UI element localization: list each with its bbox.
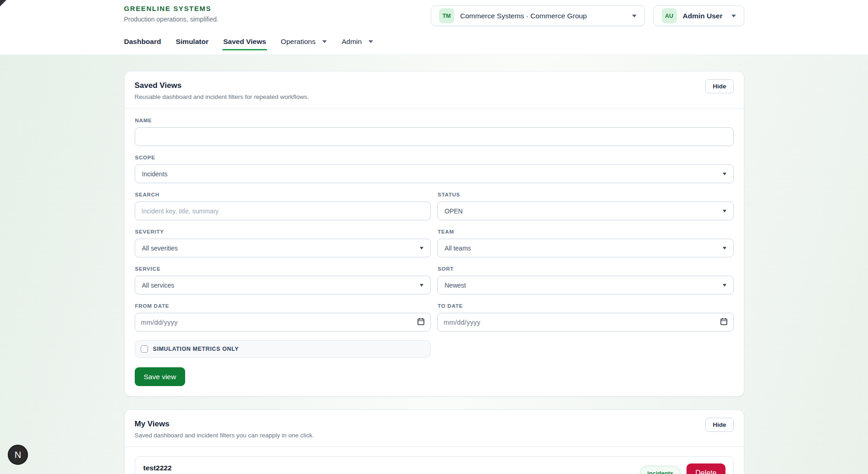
status-label: STATUS [438, 192, 734, 197]
team-label: TEAM [438, 229, 734, 234]
tab-admin[interactable]: Admin [336, 35, 379, 52]
scope-label: SCOPE [135, 155, 734, 160]
chevron-down-icon [723, 173, 726, 175]
tab-simulator[interactable]: Simulator [170, 35, 214, 52]
sort-value: Newest [445, 282, 466, 289]
search-label: SEARCH [135, 192, 431, 197]
calendar-icon[interactable] [720, 318, 727, 327]
my-views-subtitle: Saved dashboard and incident filters you… [135, 432, 734, 439]
service-label: SERVICE [135, 266, 431, 272]
status-field-group: STATUS OPEN [437, 192, 734, 220]
corner-notch [0, 0, 6, 6]
from-date-label: FROM DATE [135, 303, 431, 309]
from-date-input[interactable]: mm/dd/yyyy [135, 313, 431, 332]
main-nav: Dashboard Simulator Saved Views Operatio… [119, 35, 379, 52]
team-select[interactable]: All teams [437, 239, 734, 257]
team-field-group: TEAM All teams [437, 229, 734, 257]
hide-saved-views-button[interactable]: Hide [705, 79, 733, 93]
scope-badge: incidents [640, 466, 681, 474]
saved-view-row: test2222 Updated Mar 01, 2026, 09:05 PM … [135, 456, 734, 474]
brand-tagline: Production operations, simplified. [124, 16, 219, 23]
name-field-group: NAME [135, 118, 734, 146]
simulation-only-label: SIMULATION METRICS ONLY [153, 346, 239, 352]
severity-label: SEVERITY [135, 229, 431, 234]
search-field-group: SEARCH [135, 192, 431, 220]
chevron-down-icon [368, 40, 373, 43]
service-field-group: SERVICE All services [135, 266, 431, 294]
severity-value: All severities [142, 245, 178, 252]
user-menu[interactable]: AU Admin User [654, 5, 744, 26]
from-date-placeholder: mm/dd/yyyy [141, 319, 178, 326]
to-date-label: TO DATE [438, 303, 734, 309]
scope-select[interactable]: Incidents [135, 164, 734, 183]
tab-admin-label: Admin [341, 38, 362, 46]
hide-my-views-button[interactable]: Hide [705, 418, 733, 432]
chevron-down-icon [731, 15, 736, 17]
saved-views-card: Saved Views Reusable dashboard and incid… [124, 71, 744, 397]
sort-label: SORT [438, 266, 734, 272]
chevron-down-icon [723, 210, 726, 212]
brand-name: GREENLINE SYSTEMS [124, 5, 219, 12]
team-value: All teams [445, 245, 471, 252]
chevron-down-icon [420, 247, 423, 250]
scope-field-group: SCOPE Incidents [135, 155, 734, 183]
saved-views-title: Saved Views [135, 81, 734, 90]
sort-field-group: SORT Newest [437, 266, 734, 294]
search-input[interactable] [135, 202, 431, 220]
calendar-icon[interactable] [418, 318, 424, 327]
to-date-placeholder: mm/dd/yyyy [444, 319, 480, 326]
user-label: Admin User [683, 12, 723, 20]
saved-views-subtitle: Reusable dashboard and incident filters … [135, 93, 734, 100]
delete-view-button[interactable]: Delete [687, 463, 725, 474]
tab-dashboard[interactable]: Dashboard [119, 35, 167, 52]
org-switcher[interactable]: TM Commerce Systems · Commerce Group [431, 5, 644, 26]
tab-operations-label: Operations [281, 38, 316, 46]
from-date-field-group: FROM DATE mm/dd/yyyy [135, 303, 431, 332]
chevron-down-icon [723, 247, 726, 250]
org-label: Commerce Systems · Commerce Group [460, 12, 587, 20]
simulation-only-checkbox[interactable] [141, 345, 148, 353]
name-label: NAME [135, 118, 734, 123]
my-views-card: My Views Saved dashboard and incident fi… [124, 409, 744, 474]
chevron-down-icon [632, 15, 637, 17]
saved-view-name: test2222 [143, 464, 725, 472]
sort-select[interactable]: Newest [437, 276, 734, 294]
chevron-down-icon [723, 284, 726, 287]
my-views-title: My Views [135, 420, 734, 429]
user-avatar: AU [662, 8, 677, 23]
to-date-field-group: TO DATE mm/dd/yyyy [437, 303, 734, 332]
dev-tools-badge[interactable]: N [8, 445, 28, 465]
app-header: GREENLINE SYSTEMS Production operations,… [0, 0, 868, 55]
status-value: OPEN [445, 207, 463, 215]
service-value: All services [142, 282, 175, 289]
name-input[interactable] [135, 127, 734, 146]
severity-field-group: SEVERITY All severities [135, 229, 431, 257]
save-view-button[interactable]: Save view [135, 367, 186, 386]
service-select[interactable]: All services [135, 276, 431, 294]
tab-operations[interactable]: Operations [275, 35, 333, 52]
brand: GREENLINE SYSTEMS Production operations,… [124, 5, 219, 23]
chevron-down-icon [420, 284, 423, 287]
to-date-input[interactable]: mm/dd/yyyy [437, 313, 734, 332]
scope-value: Incidents [142, 170, 168, 178]
status-select[interactable]: OPEN [437, 202, 734, 220]
simulation-only-toggle[interactable]: SIMULATION METRICS ONLY [135, 340, 431, 358]
org-badge: TM [439, 8, 454, 23]
chevron-down-icon [322, 40, 327, 43]
severity-select[interactable]: All severities [135, 239, 431, 257]
tab-saved-views[interactable]: Saved Views [218, 35, 272, 52]
